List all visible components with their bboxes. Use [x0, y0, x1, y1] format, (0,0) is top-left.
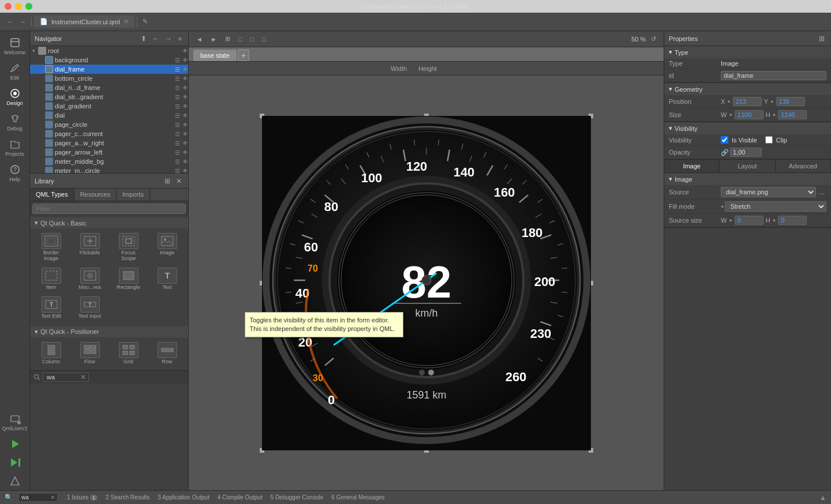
lib-item-grid[interactable]: Grid	[110, 340, 147, 367]
lib-item-border-image[interactable]: BorderImage	[32, 231, 70, 264]
forward-button[interactable]: →	[17, 17, 29, 27]
lib-item-item[interactable]: Item	[32, 265, 70, 293]
type-section-header[interactable]: ▾ Type	[664, 46, 831, 58]
bottom-search-input[interactable]	[46, 373, 80, 381]
search-input-area[interactable]: ✕	[43, 373, 89, 382]
bottom-expand-btn[interactable]: ▲	[819, 494, 826, 502]
sidebar-item-help[interactable]: ? Help	[0, 160, 29, 186]
nav-fwd[interactable]: →	[163, 34, 174, 43]
lib-item-image[interactable]: Image	[148, 231, 186, 264]
y-input[interactable]	[776, 97, 805, 106]
image-section-header[interactable]: ▾ Image	[664, 173, 831, 185]
tab-qml-types[interactable]: QML Types	[30, 189, 74, 201]
clip-checkbox[interactable]	[765, 136, 773, 144]
id-input[interactable]	[721, 71, 826, 80]
nav-item-meter-circle[interactable]: meter_m...circle ☰ 👁	[30, 166, 188, 173]
sidebar-item-projects[interactable]: Projects	[0, 135, 29, 160]
nav-item-root[interactable]: ▾ root 👁	[30, 46, 188, 55]
nav-item-pager-right[interactable]: pager_a...w_right ☰ 👁	[30, 138, 188, 148]
fill-mode-select[interactable]: Stretch	[725, 201, 826, 212]
add-state-button[interactable]: +	[238, 50, 249, 61]
eye-icon-root[interactable]: 👁	[182, 48, 188, 54]
back-button[interactable]: ←	[5, 17, 17, 27]
canvas-back-btn[interactable]: ◄	[193, 35, 205, 44]
navigator-controls[interactable]: ⬆ ← → »	[139, 34, 184, 43]
tab-imports[interactable]: Imports	[117, 189, 150, 201]
nav-item-pager-current[interactable]: pager_c...current ☰ 👁	[30, 129, 188, 138]
lib-expand-btn[interactable]: ⊞	[163, 176, 172, 186]
minimize-button[interactable]	[15, 3, 22, 10]
eye-icon-bg[interactable]: 👁	[182, 57, 188, 63]
canvas-icon2[interactable]: □	[235, 35, 245, 44]
sidebar-item-debug[interactable]: Debug	[0, 110, 29, 135]
status-search-input[interactable]	[21, 494, 50, 501]
nav-back[interactable]: ←	[151, 34, 161, 43]
maximize-button[interactable]	[25, 3, 32, 10]
nav-item-meter-mid[interactable]: meter_middle_bg ☰ 👁	[30, 157, 188, 166]
sidebar-item-build[interactable]	[0, 472, 29, 490]
edit-icon[interactable]: ✎	[140, 17, 151, 27]
navigator-tree[interactable]: ▾ root 👁 background ☰ 👁 dia	[30, 46, 188, 173]
nav-item-pager-left[interactable]: pager_arrow_left ☰ 👁	[30, 148, 188, 157]
sidebar-item-run[interactable]	[0, 435, 29, 453]
sh-input[interactable]	[778, 216, 807, 225]
lib-item-column[interactable]: Column	[32, 340, 70, 367]
library-scroll[interactable]: ▾ Qt Quick - Basic BorderImage	[30, 216, 188, 370]
window-controls[interactable]	[5, 3, 32, 10]
tab-advanced[interactable]: Advanced	[776, 160, 831, 172]
sidebar-item-edit[interactable]: Edit	[0, 59, 29, 84]
canvas-icon1[interactable]: ⊞	[222, 34, 233, 44]
file-tab[interactable]: 📄 InstrumentCluster.ui.qml ✕	[34, 16, 134, 28]
state-tab-base[interactable]: base state	[193, 50, 237, 61]
filter-input[interactable]	[32, 204, 186, 214]
bottom-tab-search[interactable]: 2 Search Results	[102, 493, 153, 502]
lib-item-text-edit[interactable]: T Text Edit	[32, 294, 70, 322]
nav-arrows[interactable]: ⬆	[139, 34, 148, 43]
sw-input[interactable]	[735, 216, 763, 225]
bottom-tab-app-output[interactable]: 3 Application Output	[154, 493, 213, 502]
x-input[interactable]	[733, 97, 762, 106]
file-tab-close[interactable]: ✕	[123, 18, 129, 25]
nav-expand[interactable]: »	[176, 34, 184, 43]
nav-item-dial-str[interactable]: dial_str...gradient ☰ 👁	[30, 92, 188, 101]
bottom-tab-messages[interactable]: 6 General Messages	[328, 493, 388, 502]
visibility-section-header[interactable]: ▾ Visibility	[664, 122, 831, 134]
canvas-icon4[interactable]: □	[259, 35, 269, 44]
sidebar-item-welcome[interactable]: Welcome	[0, 33, 29, 59]
nav-item-dial-ri[interactable]: dial_ri...d_frame ☰ 👁	[30, 83, 188, 92]
opacity-input[interactable]	[730, 148, 762, 157]
source-select[interactable]: dial_frame.png	[721, 187, 816, 197]
canvas-fwd-btn[interactable]: ►	[208, 35, 220, 44]
sidebar-item-qmllive[interactable]: QmlLiveV2	[0, 409, 29, 435]
source-browse-btn[interactable]: ...	[817, 187, 826, 197]
lib-section-basic-header[interactable]: ▾ Qt Quick - Basic	[30, 217, 188, 228]
geometry-section-header[interactable]: ▾ Geometry	[664, 83, 831, 95]
nav-item-dial[interactable]: dial ☰ 👁	[30, 111, 188, 120]
tab-resources[interactable]: Resources	[74, 189, 117, 201]
sidebar-item-run-project[interactable]	[0, 453, 29, 472]
eye-icon-dial[interactable]: 👁	[182, 66, 188, 73]
lib-item-flow[interactable]: Flow	[71, 340, 108, 367]
close-button[interactable]	[5, 3, 12, 10]
lib-item-rectangle[interactable]: Rectangle	[110, 265, 147, 293]
lib-item-flickable[interactable]: Flickable	[71, 231, 108, 264]
library-tabs[interactable]: QML Types Resources Imports	[30, 189, 188, 201]
lib-close-btn[interactable]: ✕	[174, 176, 184, 186]
nav-item-page-circle[interactable]: page_circle ☰ 👁	[30, 120, 188, 129]
props-expand-btn[interactable]: ⊞	[817, 34, 826, 43]
sidebar-item-design[interactable]: Design	[0, 84, 29, 110]
search-clear-button[interactable]: ✕	[80, 373, 86, 381]
lib-section-positioner-header[interactable]: ▾ Qt Quick - Positioner	[30, 326, 188, 337]
canvas-icon3[interactable]: □	[247, 35, 257, 44]
nav-item-dial-gradient[interactable]: dial_gradient ☰ 👁	[30, 101, 188, 111]
tab-image[interactable]: Image	[664, 160, 720, 172]
lib-item-focus-scope[interactable]: FocusScope	[110, 231, 147, 264]
nav-item-bottom-circle[interactable]: bottom_circle ☰ 👁	[30, 74, 188, 83]
nav-item-background[interactable]: background ☰ 👁	[30, 55, 188, 65]
bottom-tab-compile[interactable]: 4 Compile Output	[214, 493, 266, 502]
tab-layout[interactable]: Layout	[720, 160, 775, 172]
library-filter[interactable]	[30, 201, 188, 216]
library-controls[interactable]: ⊞ ✕	[163, 176, 184, 186]
nav-item-dial-frame[interactable]: dial_frame ☰ 👁	[30, 65, 188, 74]
lib-item-text[interactable]: T Text	[148, 265, 186, 293]
